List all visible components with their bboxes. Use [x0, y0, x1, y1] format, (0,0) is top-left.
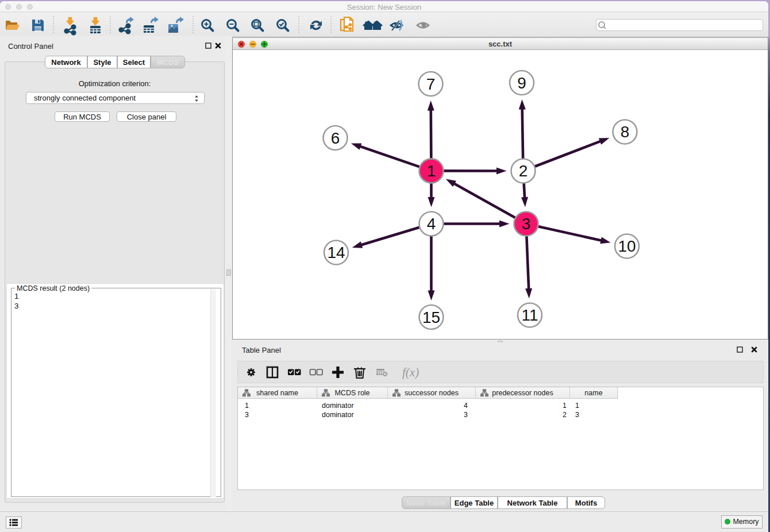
svg-text:4: 4	[427, 215, 436, 233]
svg-text:3: 3	[522, 215, 531, 233]
svg-text:10: 10	[618, 237, 636, 255]
svg-text:8: 8	[621, 123, 630, 141]
svg-text:f(x): f(x)	[402, 365, 419, 379]
svg-text:9: 9	[517, 74, 526, 92]
svg-text:14: 14	[327, 244, 345, 261]
svg-text:6: 6	[331, 129, 340, 147]
svg-text:11: 11	[521, 306, 538, 324]
svg-text:1: 1	[427, 162, 436, 180]
svg-text:2: 2	[519, 162, 528, 180]
svg-text:7: 7	[426, 75, 436, 93]
svg-text:15: 15	[422, 309, 440, 326]
